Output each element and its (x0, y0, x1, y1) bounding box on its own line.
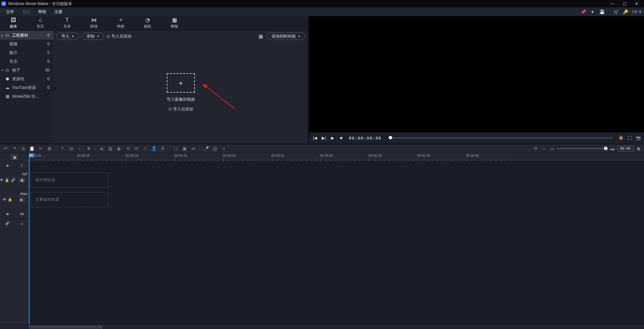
reverse-button[interactable]: ⟲ (125, 146, 131, 152)
split-button[interactable]: ⊟ (68, 146, 74, 152)
fullscreen-icon[interactable]: ⛶ (627, 135, 633, 141)
menu-export[interactable]: 导出 (18, 7, 34, 16)
seek-knob[interactable] (389, 136, 392, 139)
zoom-value[interactable]: 00:05 (618, 146, 633, 151)
track-header-transition[interactable]: 👁 ⋈ (0, 209, 29, 219)
adjust-button[interactable]: 🎚 (160, 146, 166, 152)
eye-icon[interactable]: 👁 (6, 164, 9, 168)
timeline-playhead[interactable]: 0:00 (29, 153, 30, 161)
freeze-button[interactable]: ❄ (86, 146, 92, 152)
key-icon[interactable]: 🔑 (621, 7, 630, 16)
sparkle-icon[interactable]: ✦ (588, 7, 597, 16)
camera-button[interactable]: 🎥 (212, 146, 218, 152)
tab-templates[interactable]: ▦ 模板 (161, 16, 188, 30)
preview-seek-bar[interactable] (389, 137, 612, 139)
lane-text[interactable] (29, 161, 644, 171)
sidebar-item-asset-pack[interactable]: ⬢ 资源包 0 (0, 75, 54, 83)
add-to-timeline-button[interactable]: 添加到时间线 ▾ (267, 33, 305, 40)
speed-button[interactable]: ◐ (116, 146, 122, 152)
sidebar-item-video[interactable]: 视频 0 (0, 40, 54, 48)
tab-text[interactable]: T 文本 (54, 16, 80, 30)
ruler-head[interactable]: ▣ (0, 153, 29, 161)
import-button[interactable]: 导入 ▾ (56, 33, 79, 40)
sidebar-item-examples[interactable]: ▾ 🗀 例子 30 (0, 66, 54, 75)
sidebar-item-youtube[interactable]: ☁ YouTube资源 0 ◀ (0, 83, 54, 92)
grid-view-icon[interactable]: ▦ (257, 33, 264, 40)
zoom-in-icon[interactable]: ▬ (609, 146, 615, 152)
mute-icon[interactable]: 🔇 (618, 135, 624, 141)
sidebar-item-music[interactable]: 音乐 0 (0, 57, 54, 66)
pin-icon[interactable]: 📌 (579, 7, 588, 16)
lock-icon[interactable]: 🔒 (8, 197, 12, 202)
timeline-scrollbar[interactable] (0, 324, 644, 329)
play-button[interactable]: ▶ (329, 135, 335, 141)
lane-main[interactable]: 主要媒体轨道 (29, 190, 644, 209)
refresh-icon[interactable]: ⟳ (533, 146, 539, 152)
cut-button[interactable]: ✂ (38, 146, 44, 152)
track-header-audio[interactable]: 🔗 ♫ (0, 219, 29, 228)
pip-drop-slot[interactable]: 画中画轨道 (31, 173, 108, 188)
tab-effects[interactable]: ✧ 特效 (107, 16, 134, 30)
lane-audio[interactable] (29, 219, 644, 228)
preview-screen[interactable] (309, 16, 644, 132)
menu-help[interactable]: 帮助 (34, 7, 50, 16)
eye-icon[interactable]: 👁 (6, 212, 9, 216)
tab-transition[interactable]: ⋈ 转场 (80, 16, 107, 30)
mask-button[interactable]: ▣ (181, 146, 187, 152)
drop-add-after-checkbox[interactable]: ☑ 导入后添加 (168, 106, 193, 112)
eye-icon[interactable]: 👁 (0, 178, 3, 182)
minimize-button[interactable]: — (606, 0, 619, 7)
close-button[interactable]: ✕ (631, 0, 643, 7)
zoom-step-icon[interactable]: ◉ (635, 146, 641, 152)
sidebar-item-project-media[interactable]: ▸ 🗀 工程素材 0 (0, 31, 54, 40)
sidebar-item-moviezilla[interactable]: ▦ MovieZilla St... (0, 92, 54, 101)
tab-music[interactable]: ♫ 音乐 (27, 16, 54, 30)
prev-frame-button[interactable]: |◀ (312, 135, 318, 141)
timeline-ruler[interactable]: 0:00 00:00:0000:00:0500:00:1000:00:1500:… (29, 153, 644, 161)
fit-icon[interactable]: ↔ (541, 146, 547, 152)
track-header-text[interactable]: 👁 T (0, 161, 29, 171)
zoom-knob[interactable] (604, 147, 607, 150)
cart-icon[interactable]: 🛒 (611, 7, 621, 16)
stop-button[interactable]: ■ (338, 135, 344, 141)
align-button[interactable]: ≣ (99, 146, 105, 152)
lock-icon[interactable]: 🔒 (5, 178, 9, 182)
menu-file[interactable]: 文件 (2, 7, 18, 16)
sidebar-item-image[interactable]: 图片 0 (0, 48, 54, 57)
lane-transition[interactable] (29, 209, 644, 219)
crop-button[interactable]: ◻ (173, 146, 179, 152)
trim-button[interactable]: ⟊ (77, 146, 83, 152)
next-frame-button[interactable]: ▶| (321, 135, 327, 141)
focus-button[interactable]: ⌖ (221, 146, 227, 152)
track-header-pip[interactable]: PIP 👁🔒🔗 ▣ (0, 171, 29, 190)
tab-stickers[interactable]: ◔ 贴纸 (134, 16, 161, 30)
star-button[interactable]: ☆ (142, 146, 148, 152)
paste-button[interactable]: 📋 (29, 146, 35, 152)
maximize-button[interactable]: ▢ (619, 0, 631, 7)
aspect-ratio[interactable]: 16:9 (632, 10, 642, 14)
ratio-button[interactable]: 8:8 (190, 146, 196, 152)
zoom-out-icon[interactable]: ▭ (549, 146, 555, 152)
menu-register[interactable]: 注册 (50, 7, 66, 16)
record-button[interactable]: 录制 ▾ (82, 33, 104, 40)
link-icon[interactable]: 🔗 (5, 221, 10, 226)
eye-icon[interactable]: 👁 (3, 197, 6, 202)
zoom-slider[interactable] (557, 148, 607, 149)
media-drop-area[interactable]: ＋ 导入图像和视频 ☑ 导入后添加 (54, 42, 308, 144)
snapshot-icon[interactable]: 📷 (635, 135, 641, 141)
rotate-button[interactable]: ⟳ (133, 146, 140, 152)
text-tool-button[interactable]: T (59, 146, 65, 152)
delete-button[interactable]: 🗑 (46, 146, 52, 152)
tab-media[interactable]: 🖼 媒体 (0, 16, 27, 30)
save-icon[interactable]: 💾 (597, 7, 607, 16)
person-button[interactable]: 👤 (151, 146, 157, 152)
copy-button[interactable]: ⧉ (20, 146, 26, 152)
add-after-import-checkbox[interactable]: ☑ 导入后添加 (107, 34, 131, 39)
redo-button[interactable]: ↷ (11, 146, 17, 152)
columns-button[interactable]: ▥ (107, 146, 113, 152)
main-drop-slot[interactable]: 主要媒体轨道 (31, 192, 108, 207)
undo-button[interactable]: ↶ (3, 146, 9, 152)
mic-button[interactable]: 🎤 (203, 146, 209, 152)
scrollbar-thumb[interactable] (29, 325, 103, 329)
track-body[interactable]: 画中画轨道 主要媒体轨道 (29, 161, 644, 324)
